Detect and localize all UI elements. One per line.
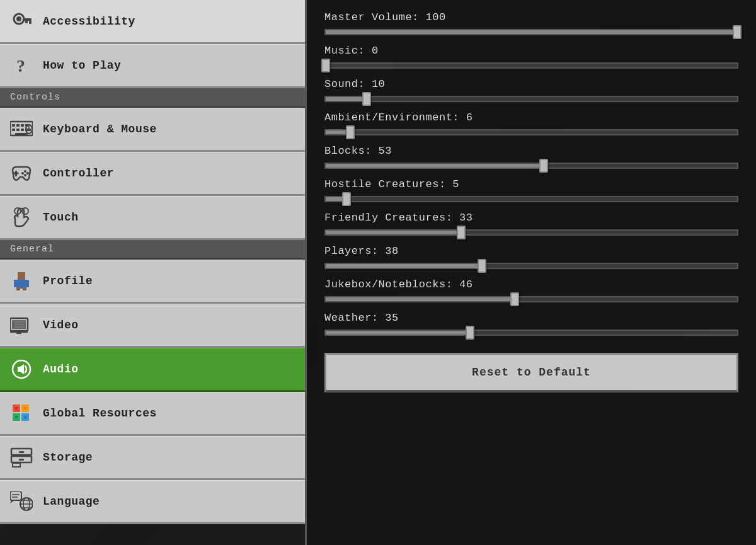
language-label: Language — [43, 495, 100, 508]
slider-thumb-sound[interactable] — [362, 92, 371, 106]
controller-label: Controller — [43, 167, 114, 180]
slider-track-music[interactable] — [324, 62, 738, 69]
sidebar-item-controller[interactable]: Controller — [0, 152, 305, 196]
sidebar-item-touch[interactable]: Touch — [0, 196, 305, 240]
slider-track-container-music[interactable] — [324, 59, 738, 72]
svg-rect-46 — [15, 416, 18, 418]
sidebar-item-audio[interactable]: Audio — [0, 348, 305, 392]
slider-track-jukebox[interactable] — [324, 296, 738, 302]
video-label: Video — [43, 319, 79, 331]
slider-thumb-jukebox[interactable] — [510, 292, 519, 306]
svg-point-25 — [22, 208, 28, 214]
slider-label-hostile-creatures: Hostile Creatures: 5 — [324, 178, 738, 190]
svg-rect-44 — [15, 407, 18, 410]
global-resources-label: Global Resources — [43, 407, 157, 420]
svg-text:?: ? — [16, 56, 25, 76]
svg-rect-13 — [21, 129, 24, 131]
slider-thumb-players[interactable] — [478, 259, 486, 273]
profile-icon — [10, 270, 33, 292]
slider-track-container-players[interactable] — [324, 260, 738, 272]
slider-track-master-volume[interactable] — [324, 29, 738, 35]
how-to-play-label: How to Play — [43, 59, 121, 72]
general-header: General — [0, 240, 305, 260]
slider-track-friendly-creatures[interactable] — [324, 229, 738, 236]
svg-rect-47 — [24, 416, 26, 418]
keyboard-mouse-label: Keyboard & Mouse — [43, 123, 157, 135]
svg-rect-12 — [16, 129, 20, 131]
slider-row-players: Players: 38 — [324, 245, 738, 272]
slider-label-master-volume: Master Volume: 100 — [324, 11, 738, 23]
slider-thumb-friendly-creatures[interactable] — [457, 226, 466, 239]
sidebar-item-video[interactable]: Video — [0, 304, 305, 348]
svg-rect-9 — [21, 124, 24, 127]
slider-thumb-blocks[interactable] — [539, 159, 548, 173]
controls-header: Controls — [0, 88, 305, 108]
question-icon: ? — [10, 54, 33, 77]
sidebar-item-accessibility[interactable]: Accessibility — [0, 0, 305, 44]
accessibility-label: Accessibility — [43, 15, 135, 28]
slider-track-container-jukebox[interactable] — [324, 293, 738, 306]
slider-thumb-hostile-creatures[interactable] — [342, 192, 351, 206]
slider-row-master-volume: Master Volume: 100 — [324, 11, 738, 38]
sidebar-item-storage[interactable]: Storage — [0, 436, 305, 480]
sidebar-item-global-resources[interactable]: Global Resources — [0, 392, 305, 436]
svg-rect-35 — [16, 333, 21, 334]
slider-row-weather: Weather: 35 — [324, 312, 738, 339]
key-icon — [10, 10, 33, 33]
sidebar-item-keyboard-mouse[interactable]: Keyboard & Mouse — [0, 108, 305, 152]
svg-rect-34 — [10, 331, 28, 333]
slider-track-sound[interactable] — [324, 96, 738, 102]
resources-icon — [10, 402, 33, 425]
slider-track-hostile-creatures[interactable] — [324, 196, 738, 202]
slider-label-ambient: Ambient/Environment: 6 — [324, 112, 738, 123]
slider-fill-sound — [326, 97, 367, 101]
slider-fill-master-volume — [326, 30, 737, 34]
slider-label-blocks: Blocks: 53 — [324, 145, 738, 157]
slider-fill-players — [326, 264, 482, 268]
svg-rect-19 — [14, 173, 19, 175]
svg-rect-27 — [16, 280, 26, 289]
svg-rect-31 — [23, 287, 26, 290]
slider-track-container-ambient[interactable] — [324, 126, 738, 139]
slider-track-players[interactable] — [324, 263, 738, 269]
slider-track-container-master-volume[interactable] — [324, 26, 738, 38]
slider-row-friendly-creatures: Friendly Creatures: 33 — [324, 212, 738, 239]
slider-label-friendly-creatures: Friendly Creatures: 33 — [324, 212, 738, 224]
reset-to-default-button[interactable]: Reset to Default — [324, 353, 738, 393]
svg-rect-4 — [25, 21, 28, 23]
slider-fill-weather — [326, 331, 470, 335]
slider-track-ambient[interactable] — [324, 129, 738, 135]
audio-icon — [10, 358, 33, 381]
slider-thumb-ambient[interactable] — [346, 125, 355, 139]
slider-fill-blocks — [326, 164, 544, 168]
slider-fill-jukebox — [326, 297, 515, 301]
svg-rect-26 — [18, 272, 25, 280]
slider-label-sound: Sound: 10 — [324, 78, 738, 90]
slider-thumb-master-volume[interactable] — [733, 25, 742, 39]
svg-rect-28 — [14, 280, 18, 287]
svg-rect-3 — [29, 21, 32, 24]
svg-rect-45 — [24, 407, 26, 410]
svg-rect-7 — [12, 124, 15, 127]
slider-track-container-friendly-creatures[interactable] — [324, 226, 738, 239]
svg-point-22 — [21, 172, 24, 175]
slider-track-container-sound[interactable] — [324, 93, 738, 105]
slider-track-blocks[interactable] — [324, 163, 738, 169]
video-icon — [10, 314, 33, 336]
slider-label-jukebox: Jukebox/Noteblocks: 46 — [324, 278, 738, 290]
sidebar-item-profile[interactable]: Profile — [0, 260, 305, 304]
svg-rect-30 — [16, 287, 20, 290]
slider-track-weather[interactable] — [324, 330, 738, 336]
slider-thumb-music[interactable] — [321, 59, 330, 72]
slider-thumb-weather[interactable] — [466, 326, 474, 340]
sidebar-item-language[interactable]: Language — [0, 480, 305, 524]
profile-label: Profile — [43, 275, 93, 287]
slider-track-container-blocks[interactable] — [324, 159, 738, 172]
slider-track-container-hostile-creatures[interactable] — [324, 193, 738, 205]
svg-rect-2 — [23, 18, 32, 21]
storage-icon — [10, 446, 33, 469]
slider-track-container-weather[interactable] — [324, 326, 738, 339]
svg-rect-53 — [13, 462, 20, 464]
svg-rect-51 — [19, 459, 24, 461]
sidebar-item-how-to-play[interactable]: ? How to Play — [0, 44, 305, 88]
